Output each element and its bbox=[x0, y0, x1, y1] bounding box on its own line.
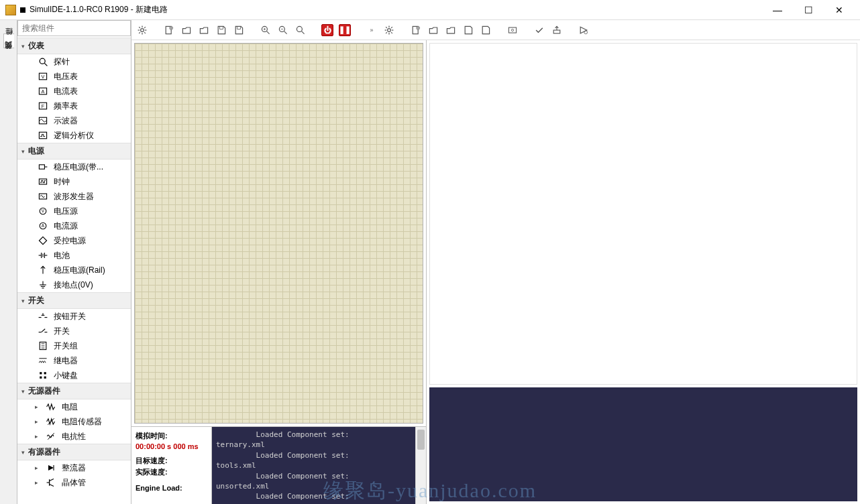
svg-text:A: A bbox=[42, 88, 45, 94]
editor-console[interactable] bbox=[429, 387, 857, 501]
item-fixed-voltage[interactable]: 稳压电源(带... bbox=[17, 160, 131, 174]
logic-analyzer-icon bbox=[36, 129, 50, 141]
item-oscilloscope[interactable]: 示波器 bbox=[17, 113, 131, 128]
switch-icon bbox=[36, 325, 50, 337]
chevron-down-icon: ▾ bbox=[21, 449, 28, 456]
power-off-button[interactable]: ⏻ bbox=[319, 22, 335, 38]
item-controlled-source[interactable]: 受控电源 bbox=[17, 233, 131, 248]
item-relay[interactable]: 继电器 bbox=[17, 353, 131, 368]
sim-time-value: 00:00:00 s 000 ms bbox=[136, 442, 207, 450]
tab-file-browser[interactable]: 文件浏览器 bbox=[3, 48, 13, 62]
zoom-in-button[interactable] bbox=[258, 22, 274, 38]
console-output[interactable]: Loaded Component set: ternary.xml Loaded… bbox=[212, 427, 415, 504]
item-switch[interactable]: 开关 bbox=[17, 324, 131, 338]
maximize-button[interactable]: ☐ bbox=[793, 0, 824, 20]
find-button[interactable] bbox=[504, 22, 521, 38]
minimize-button[interactable]: — bbox=[762, 0, 793, 20]
item-keypad[interactable]: 小键盘 bbox=[17, 368, 131, 383]
chevron-right-icon: ▸ bbox=[35, 403, 42, 410]
item-switch-group[interactable]: 开关组 bbox=[17, 338, 131, 353]
svg-line-67 bbox=[267, 31, 270, 34]
svg-point-92 bbox=[584, 30, 588, 34]
svg-point-0 bbox=[40, 58, 45, 64]
editor-settings-button[interactable] bbox=[381, 22, 397, 38]
save-as-button[interactable] bbox=[231, 22, 247, 38]
component-tree: ▾仪表 探针 V电压表 A电流表 F频率表 示波器 逻辑分析仪 ▾电源 稳压电源… bbox=[17, 36, 131, 491]
rail-icon bbox=[36, 264, 50, 276]
engine-load-label: Engine Load: bbox=[136, 484, 207, 492]
search-input[interactable] bbox=[17, 20, 131, 36]
item-rail[interactable]: 稳压电源(Rail) bbox=[17, 263, 131, 277]
circuit-canvas[interactable] bbox=[134, 43, 423, 424]
ground-icon bbox=[36, 279, 50, 291]
zoom-out-button[interactable] bbox=[275, 22, 291, 38]
item-rectifier[interactable]: ▸整流器 bbox=[17, 460, 131, 475]
more-button[interactable]: » bbox=[364, 22, 380, 38]
svg-line-83 bbox=[386, 32, 387, 34]
svg-line-81 bbox=[386, 27, 387, 28]
item-ground[interactable]: 接地点(0V) bbox=[17, 277, 131, 292]
item-voltage-source[interactable]: V电压源 bbox=[17, 204, 131, 218]
open-prev-file-button[interactable] bbox=[443, 22, 459, 38]
item-probe[interactable]: 探针 bbox=[17, 54, 131, 69]
item-logic-analyzer[interactable]: 逻辑分析仪 bbox=[17, 128, 131, 143]
pause-button[interactable]: ❚❚ bbox=[337, 22, 353, 38]
settings-button[interactable] bbox=[134, 22, 150, 38]
toolbar: ⏻ ❚❚ » bbox=[131, 20, 860, 40]
item-transistor[interactable]: ▸晶体管 bbox=[17, 475, 131, 490]
save-circuit-prev-button[interactable] bbox=[196, 22, 212, 38]
item-current-source[interactable]: A电流源 bbox=[17, 218, 131, 233]
item-voltmeter[interactable]: V电压表 bbox=[17, 69, 131, 84]
item-clock[interactable]: 时钟 bbox=[17, 174, 131, 189]
code-editor[interactable] bbox=[429, 43, 857, 385]
chevron-right-icon: ▸ bbox=[35, 418, 42, 425]
svg-line-33 bbox=[42, 329, 46, 332]
item-push-button[interactable]: 按钮开关 bbox=[17, 309, 131, 324]
open-circuit-button[interactable] bbox=[178, 22, 195, 38]
zoom-fit-button[interactable] bbox=[292, 22, 309, 38]
rectifier-icon bbox=[44, 462, 58, 474]
close-button[interactable]: ✕ bbox=[824, 0, 855, 20]
category-switches[interactable]: ▾开关 bbox=[17, 292, 131, 309]
clock-icon bbox=[36, 176, 50, 188]
switch-group-icon bbox=[36, 340, 50, 352]
upload-button[interactable] bbox=[549, 22, 565, 38]
save-button[interactable] bbox=[213, 22, 229, 38]
open-file-button[interactable] bbox=[425, 22, 441, 38]
item-resistor-sensor[interactable]: ▸电阻传感器 bbox=[17, 414, 131, 429]
category-sources[interactable]: ▾电源 bbox=[17, 143, 131, 160]
save-file-as-button[interactable] bbox=[478, 22, 494, 38]
ammeter-icon: A bbox=[36, 85, 50, 97]
window-title: SimulIDE-1.1.0-RC0 R1909 - 新建电路 bbox=[30, 4, 762, 15]
svg-line-45 bbox=[48, 433, 54, 440]
item-resistor[interactable]: ▸电阻 bbox=[17, 399, 131, 414]
compile-button[interactable] bbox=[531, 22, 547, 38]
svg-line-84 bbox=[391, 27, 392, 28]
oscilloscope-icon bbox=[36, 115, 50, 127]
svg-text:V: V bbox=[42, 74, 45, 80]
push-button-icon bbox=[36, 310, 50, 322]
item-ammeter[interactable]: A电流表 bbox=[17, 84, 131, 99]
svg-line-50 bbox=[50, 484, 54, 486]
resistor-sensor-icon bbox=[44, 416, 58, 428]
chevron-down-icon: ▾ bbox=[21, 43, 28, 50]
tab-components[interactable]: 组件 bbox=[3, 34, 14, 48]
category-meters[interactable]: ▾仪表 bbox=[17, 38, 131, 54]
item-freqmeter[interactable]: F频率表 bbox=[17, 99, 131, 113]
item-battery[interactable]: 电池 bbox=[17, 248, 131, 263]
item-reactance[interactable]: ▸电抗性 bbox=[17, 429, 131, 444]
save-file-button[interactable] bbox=[460, 22, 476, 38]
category-active[interactable]: ▾有源器件 bbox=[17, 444, 131, 460]
category-passive[interactable]: ▾无源器件 bbox=[17, 383, 131, 399]
svg-rect-10 bbox=[39, 165, 44, 169]
debug-button[interactable] bbox=[576, 22, 592, 38]
transistor-icon bbox=[44, 477, 58, 489]
svg-line-57 bbox=[144, 32, 146, 34]
new-circuit-button[interactable] bbox=[161, 22, 177, 38]
console-scrollbar[interactable] bbox=[415, 427, 426, 504]
titlebar: SimulIDE-1.1.0-RC0 R1909 - 新建电路 — ☐ ✕ bbox=[0, 0, 860, 20]
relay-icon bbox=[36, 355, 50, 367]
item-wave-gen[interactable]: 波形发生器 bbox=[17, 189, 131, 204]
chevron-down-icon: ▾ bbox=[21, 298, 28, 304]
new-file-button[interactable] bbox=[408, 22, 424, 38]
